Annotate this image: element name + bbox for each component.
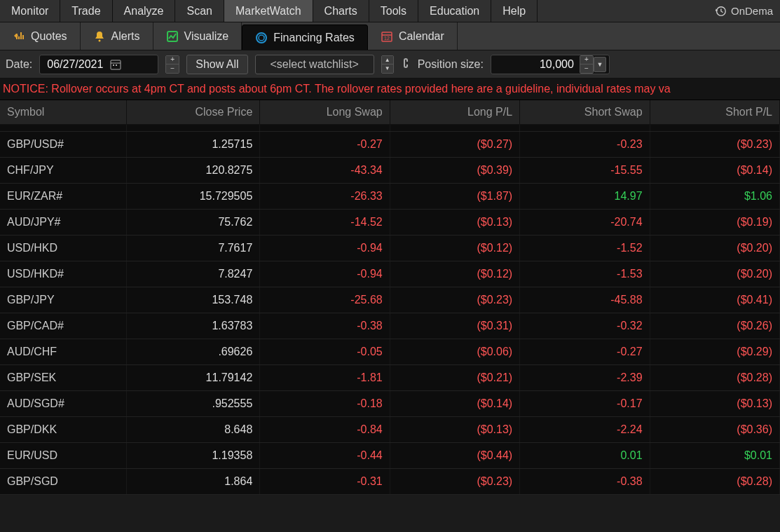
tab-alerts[interactable]: Alerts	[81, 22, 153, 50]
table-row[interactable]: AUD/SGD#.952555-0.18($0.14)-0.17($0.13)	[0, 391, 780, 417]
cell-symbol: AUD/SGD#	[0, 391, 126, 417]
cell-short-pl: ($0.28)	[650, 365, 779, 391]
column-header-short-p-l[interactable]: Short P/L	[650, 100, 779, 125]
table-row[interactable]: EUR/USD1.19358-0.44($0.44)0.01$0.01	[0, 443, 780, 469]
toolbar: Date: 06/27/2021 + − Show All <select wa…	[0, 50, 780, 79]
cell-short-swap: -15.55	[520, 158, 650, 184]
cell-close-price: 11.79142	[126, 365, 259, 391]
cell-short-pl: $0.01	[650, 443, 779, 469]
cell-close-price: 8.648	[126, 417, 259, 443]
table-row[interactable]: GBP/CAD#1.63783-0.38($0.31)-0.32($0.26)	[0, 313, 780, 339]
menu-item-charts[interactable]: Charts	[313, 0, 369, 22]
tab-quotes[interactable]: Quotes	[0, 22, 81, 50]
cell-short-swap: -0.32	[520, 313, 650, 339]
tab-label: Financing Rates	[273, 32, 355, 44]
cell-close-price: 1.25715	[126, 132, 259, 158]
cell-symbol: GBP/SGD	[0, 469, 126, 495]
table-row[interactable]: AUD/CHF.69626-0.05($0.06)-0.27($0.29)	[0, 339, 780, 365]
tab-financing-rates[interactable]: Financing Rates	[242, 25, 368, 50]
menu-item-monitor[interactable]: Monitor	[0, 0, 60, 22]
table-row[interactable]: USD/HKD#7.8247-0.94($0.12)-1.53($0.20)	[0, 261, 780, 287]
cell-close-price: 1.63783	[126, 313, 259, 339]
position-size-input[interactable]: 10,000 + − ▼	[491, 55, 610, 74]
table-row[interactable]: GBP/DKK8.648-0.84($0.13)-2.24($0.36)	[0, 417, 780, 443]
menu-item-tools[interactable]: Tools	[369, 0, 418, 22]
cell-long-pl: ($0.31)	[390, 313, 519, 339]
visualize-icon	[166, 30, 179, 43]
calendar-icon: 12	[381, 30, 393, 43]
quotes-icon	[13, 30, 25, 43]
tab-label: Quotes	[31, 30, 67, 43]
cell-symbol: GBP/DKK	[0, 417, 126, 443]
position-size-stepper-up[interactable]: +	[580, 56, 593, 64]
tab-visualize[interactable]: Visualize	[153, 22, 242, 50]
cell-long-pl: ($0.06)	[390, 339, 519, 365]
position-size-stepper[interactable]: + −	[580, 55, 594, 74]
cell-long-swap: -25.68	[260, 287, 390, 313]
cell-short-pl: ($0.36)	[650, 417, 779, 443]
date-stepper[interactable]: + −	[165, 55, 179, 74]
position-size-value: 10,000	[491, 58, 580, 71]
cell-short-swap: -0.17	[520, 391, 650, 417]
cell-short-pl: ($0.13)	[650, 391, 779, 417]
table-row[interactable]: GBP/USD#1.25715-0.27($0.27)-0.23($0.23)	[0, 132, 780, 158]
calendar-icon[interactable]	[110, 59, 121, 70]
table-row[interactable]: GBP/JPY153.748-25.68($0.23)-45.88($0.41)	[0, 287, 780, 313]
column-header-close-price[interactable]: Close Price	[126, 100, 259, 125]
menu-item-education[interactable]: Education	[418, 0, 491, 22]
table-row[interactable]: USD/HKD7.7617-0.94($0.12)-1.52($0.20)	[0, 236, 780, 261]
cell-close-price: .952555	[126, 391, 259, 417]
menu-item-scan[interactable]: Scan	[175, 0, 224, 22]
cell-symbol: AUD/JPY#	[0, 210, 126, 236]
date-input[interactable]: 06/27/2021	[39, 55, 158, 74]
tab-label: Alerts	[111, 30, 140, 43]
notice-banner: NOTICE: Rollover occurs at 4pm CT and po…	[0, 79, 780, 100]
table-row[interactable]: GBP/SGD1.864-0.31($0.23)-0.38($0.28)	[0, 469, 780, 495]
menu-item-help[interactable]: Help	[491, 0, 538, 22]
column-header-symbol[interactable]: Symbol	[0, 100, 126, 125]
column-header-long-p-l[interactable]: Long P/L	[390, 100, 519, 125]
menu-item-marketwatch[interactable]: MarketWatch	[224, 0, 313, 22]
cell-long-pl: ($0.39)	[390, 158, 519, 184]
position-size-dropdown[interactable]: ▼	[594, 57, 606, 72]
svg-rect-10	[116, 64, 117, 66]
table-row[interactable]: AUD/JPY#75.762-14.52($0.13)-20.74($0.19)	[0, 210, 780, 236]
cell-long-swap: -1.81	[260, 365, 390, 391]
watchlist-stepper-up[interactable]: ▲	[382, 56, 393, 64]
cell-long-swap: -0.44	[260, 443, 390, 469]
cell-long-swap: -0.31	[260, 469, 390, 495]
cell-close-price: 1.864	[126, 469, 259, 495]
cell-long-swap: -26.33	[260, 184, 390, 210]
cell-long-swap: -43.34	[260, 158, 390, 184]
cell-short-pl: ($0.20)	[650, 261, 779, 287]
ondemand-button[interactable]: OnDema	[707, 0, 780, 22]
cell-short-pl: ($0.29)	[650, 339, 779, 365]
cell-short-swap: -1.53	[520, 261, 650, 287]
cell-symbol: GBP/SEK	[0, 365, 126, 391]
watchlist-stepper-down[interactable]: ▼	[382, 64, 393, 73]
show-all-button[interactable]: Show All	[186, 55, 247, 74]
watchlist-stepper[interactable]: ▲ ▼	[381, 55, 394, 74]
cell-long-pl: ($0.13)	[390, 210, 519, 236]
table-row[interactable]: CHF/JPY120.8275-43.34($0.39)-15.55($0.14…	[0, 158, 780, 184]
watchlist-select[interactable]: <select watchlist>	[255, 55, 374, 74]
table-row[interactable]: GBP/SEK11.79142-1.81($0.21)-2.39($0.28)	[0, 365, 780, 391]
tab-calendar[interactable]: 12Calendar	[368, 22, 458, 50]
menu-item-analyze[interactable]: Analyze	[113, 0, 176, 22]
date-stepper-up[interactable]: +	[166, 56, 179, 64]
cell-long-pl: ($0.13)	[390, 417, 519, 443]
column-header-short-swap[interactable]: Short Swap	[520, 100, 650, 125]
cell-short-pl: $1.06	[650, 184, 779, 210]
date-stepper-down[interactable]: −	[166, 64, 179, 73]
column-header-long-swap[interactable]: Long Swap	[260, 100, 390, 125]
cell-long-pl: ($0.23)	[390, 287, 519, 313]
cell-short-swap: -20.74	[520, 210, 650, 236]
table-row[interactable]: EUR/ZAR#15.729505-26.33($1.87)14.97$1.06	[0, 184, 780, 210]
cell-long-pl: ($0.23)	[390, 469, 519, 495]
link-icon[interactable]	[401, 57, 411, 71]
clock-back-icon	[714, 5, 727, 18]
cell-short-pl: ($0.14)	[650, 158, 779, 184]
menu-item-trade[interactable]: Trade	[60, 0, 112, 22]
position-size-stepper-down[interactable]: −	[580, 64, 593, 73]
svg-point-1	[98, 39, 100, 41]
